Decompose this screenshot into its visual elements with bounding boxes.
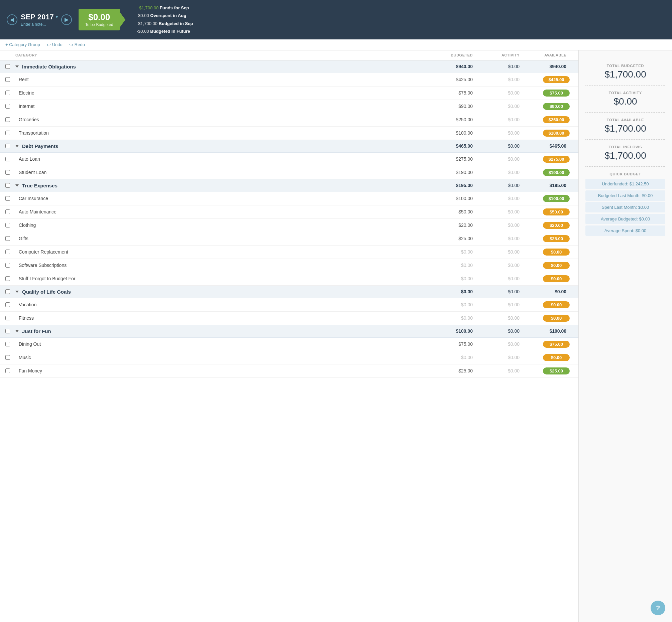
cat-budgeted-2-6: $0.00 <box>433 276 479 281</box>
group-row-0[interactable]: Immediate Obligations $940.00 $0.00 $940… <box>0 61 578 73</box>
col-available-header: AVAILABLE <box>526 53 573 57</box>
cat-row-2-5: Software Subscriptions $0.00 $0.00 $0.00 <box>0 259 578 272</box>
cat-row-2-3: Gifts $25.00 $0.00 $25.00 <box>0 232 578 245</box>
cat-checkbox-1-1[interactable] <box>5 170 10 175</box>
cat-name-2-1: Auto Maintenance <box>15 209 433 214</box>
cat-budgeted-0-0: $425.00 <box>433 77 479 82</box>
cat-name-0-3: Groceries <box>15 117 433 122</box>
quick-budget-item-4[interactable]: Average Spent: $0.00 <box>585 226 665 236</box>
cat-available-2-6: $0.00 <box>526 275 573 282</box>
cat-row-4-1: Music $0.00 $0.00 $0.00 <box>0 351 578 365</box>
group-checkbox-4[interactable] <box>5 329 10 333</box>
group-available-0: $940.00 <box>526 64 573 69</box>
cat-checkbox-4-1[interactable] <box>5 355 10 360</box>
cat-checkbox-0-4[interactable] <box>5 131 10 135</box>
note-placeholder[interactable]: Enter a note... <box>21 22 46 27</box>
cat-row-4-2: Fun Money $25.00 $0.00 $25.00 <box>0 365 578 378</box>
quick-budget-item-3[interactable]: Average Budgeted: $0.00 <box>585 214 665 224</box>
cat-checkbox-3-1[interactable] <box>5 316 10 320</box>
cat-checkbox-4-2[interactable] <box>5 369 10 373</box>
cat-checkbox-3-0[interactable] <box>5 302 10 307</box>
cat-row-2-6: Stuff I Forgot to Budget For $0.00 $0.00… <box>0 272 578 286</box>
group-budgeted-2: $195.00 <box>433 183 479 188</box>
tbb-label: To be Budgeted <box>85 22 113 27</box>
cat-checkbox-2-5[interactable] <box>5 263 10 268</box>
sidebar: TOTAL BUDGETED $1,700.00 TOTAL ACTIVITY … <box>578 50 672 622</box>
cat-checkbox-0-3[interactable] <box>5 117 10 122</box>
cat-budgeted-2-2: $20.00 <box>433 222 479 228</box>
group-checkbox-1[interactable] <box>5 144 10 148</box>
group-checkbox-3[interactable] <box>5 289 10 294</box>
available-badge-0-3: $250.00 <box>543 116 570 123</box>
prev-month-button[interactable]: ◀ <box>7 14 18 25</box>
group-row-2[interactable]: True Expenses $195.00 $0.00 $195.00 <box>0 179 578 192</box>
cat-checkbox-2-0[interactable] <box>5 196 10 201</box>
cat-budgeted-2-3: $25.00 <box>433 236 479 241</box>
month-dropdown-icon[interactable]: ▾ <box>56 15 58 20</box>
redo-button[interactable]: ↪ Redo <box>69 42 85 47</box>
cat-checkbox-4-0[interactable] <box>5 342 10 346</box>
add-category-group-button[interactable]: + Category Group <box>5 42 40 47</box>
help-button[interactable]: ? <box>650 600 665 615</box>
stat-overspent: -$0.00 Overspent in Aug <box>137 12 193 20</box>
cat-name-1-0: Auto Loan <box>15 156 433 162</box>
app-header: ◀ SEP 2017 ▾ Enter a note... ▶ $0.00 To … <box>0 0 672 39</box>
cat-available-0-0: $425.00 <box>526 76 573 83</box>
to-be-budgeted-widget[interactable]: $0.00 To be Budgeted <box>78 9 120 30</box>
cat-activity-1-1: $0.00 <box>479 170 526 175</box>
cat-checkbox-1-0[interactable] <box>5 157 10 161</box>
cat-activity-4-1: $0.00 <box>479 355 526 360</box>
quick-budget-list: Underfunded: $1,242.50Budgeted Last Mont… <box>585 179 665 236</box>
available-badge-2-1: $50.00 <box>543 208 570 215</box>
group-activity-4: $0.00 <box>479 329 526 334</box>
quick-budget-item-2[interactable]: Spent Last Month: $0.00 <box>585 202 665 212</box>
cat-name-3-1: Fitness <box>15 315 433 321</box>
available-badge-0-0: $425.00 <box>543 76 570 83</box>
cat-available-0-4: $100.00 <box>526 130 573 137</box>
cat-row-1-1: Student Loan $190.00 $0.00 $190.00 <box>0 166 578 179</box>
group-checkbox-2[interactable] <box>5 183 10 188</box>
quick-budget-item-0[interactable]: Underfunded: $1,242.50 <box>585 179 665 189</box>
stat-funds: +$1,700.00 Funds for Sep <box>137 4 193 12</box>
group-row-3[interactable]: Quality of Life Goals $0.00 $0.00 $0.00 <box>0 286 578 298</box>
cat-activity-2-4: $0.00 <box>479 249 526 254</box>
cat-activity-0-4: $0.00 <box>479 130 526 136</box>
cat-activity-3-1: $0.00 <box>479 315 526 321</box>
group-checkbox-0[interactable] <box>5 64 10 69</box>
table-header: CATEGORY BUDGETED ACTIVITY AVAILABLE <box>0 50 578 61</box>
group-row-1[interactable]: Debt Payments $465.00 $0.00 $465.00 <box>0 140 578 153</box>
quick-budget-item-1[interactable]: Budgeted Last Month: $0.00 <box>585 191 665 201</box>
cat-available-2-0: $100.00 <box>526 195 573 202</box>
budget-table: CATEGORY BUDGETED ACTIVITY AVAILABLE Imm… <box>0 50 578 622</box>
cat-name-2-0: Car Insurance <box>15 196 433 201</box>
cat-row-1-0: Auto Loan $275.00 $0.00 $275.00 <box>0 153 578 166</box>
cat-name-1-1: Student Loan <box>15 170 433 175</box>
cat-activity-3-0: $0.00 <box>479 302 526 307</box>
cat-checkbox-0-2[interactable] <box>5 104 10 109</box>
cat-checkbox-2-6[interactable] <box>5 276 10 281</box>
group-budgeted-3: $0.00 <box>433 289 479 294</box>
cat-checkbox-2-4[interactable] <box>5 249 10 254</box>
month-title: SEP 2017 <box>21 13 54 22</box>
redo-icon: ↪ <box>69 42 73 47</box>
undo-button[interactable]: ↩ Undo <box>47 42 63 47</box>
total-inflows-stat: TOTAL INFLOWS $1,700.00 <box>585 140 665 167</box>
cat-checkbox-0-0[interactable] <box>5 77 10 82</box>
cat-row-2-2: Clothing $20.00 $0.00 $20.00 <box>0 219 578 232</box>
cat-checkbox-2-1[interactable] <box>5 209 10 214</box>
cat-available-0-3: $250.00 <box>526 116 573 123</box>
cat-checkbox-2-3[interactable] <box>5 236 10 241</box>
next-month-button[interactable]: ▶ <box>61 14 72 25</box>
cat-checkbox-2-2[interactable] <box>5 223 10 228</box>
cat-available-2-3: $25.00 <box>526 235 573 242</box>
cat-available-4-0: $75.00 <box>526 341 573 348</box>
cat-available-2-1: $50.00 <box>526 208 573 215</box>
cat-checkbox-0-1[interactable] <box>5 91 10 95</box>
cat-available-0-1: $75.00 <box>526 90 573 97</box>
cat-row-2-0: Car Insurance $100.00 $0.00 $100.00 <box>0 192 578 205</box>
undo-icon: ↩ <box>47 42 51 47</box>
cat-name-4-0: Dining Out <box>15 341 433 347</box>
group-available-1: $465.00 <box>526 143 573 149</box>
group-row-4[interactable]: Just for Fun $100.00 $0.00 $100.00 <box>0 325 578 338</box>
cat-budgeted-0-2: $90.00 <box>433 104 479 109</box>
